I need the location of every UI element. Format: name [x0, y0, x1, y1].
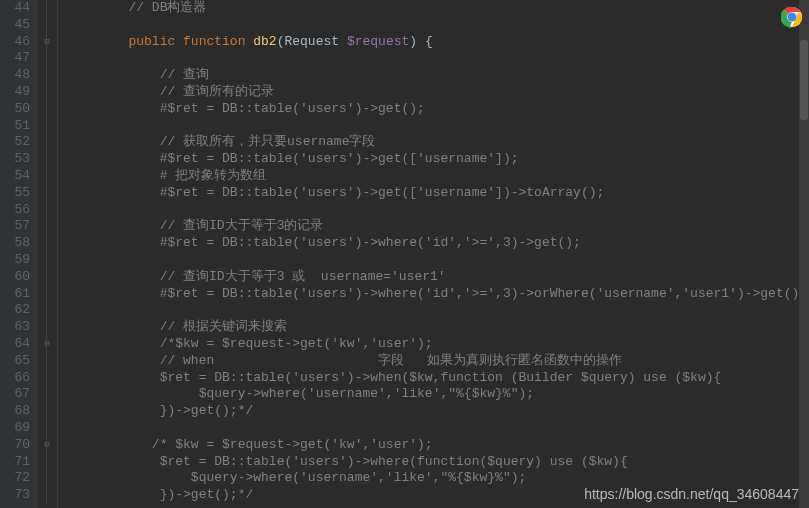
line-number: 54: [4, 168, 30, 185]
line-number: 69: [4, 420, 30, 437]
code-line[interactable]: // 获取所有，并只要username字段: [66, 134, 809, 151]
code-token: $ret = DB::table('users')->when($kw,func…: [160, 370, 722, 385]
code-line[interactable]: public function db2(Request $request) {: [66, 34, 809, 51]
code-token: [66, 101, 160, 116]
code-line[interactable]: // 查询ID大于等于3的记录: [66, 218, 809, 235]
code-token: [66, 218, 160, 233]
line-number: 53: [4, 151, 30, 168]
code-line[interactable]: [66, 118, 809, 135]
code-token: [66, 84, 160, 99]
scrollbar-thumb[interactable]: [800, 40, 808, 120]
code-token: [66, 269, 160, 284]
code-token: [66, 286, 160, 301]
line-number: 58: [4, 235, 30, 252]
code-token: [66, 235, 160, 250]
code-token: [66, 34, 128, 49]
line-number: 64: [4, 336, 30, 353]
code-token: [66, 134, 160, 149]
watermark-text: https://blog.csdn.net/qq_34608447: [584, 486, 799, 502]
code-token: [66, 185, 160, 200]
code-line[interactable]: // 查询所有的记录: [66, 84, 809, 101]
code-line[interactable]: #$ret = DB::table('users')->get(['userna…: [66, 151, 809, 168]
code-line[interactable]: $query->where('username','like',"%{$kw}%…: [66, 386, 809, 403]
code-line[interactable]: #$ret = DB::table('users')->where('id','…: [66, 235, 809, 252]
code-line[interactable]: // when 字段 如果为真则执行匿名函数中的操作: [66, 353, 809, 370]
code-token: [66, 386, 199, 401]
code-line[interactable]: #$ret = DB::table('users')->get(['userna…: [66, 185, 809, 202]
code-token: /* $kw = $request->get('kw','user');: [152, 437, 433, 452]
code-token: #$ret = DB::table('users')->get(['userna…: [160, 185, 605, 200]
code-token: [66, 454, 160, 469]
code-token: [66, 336, 160, 351]
fold-marker-icon[interactable]: ⊟: [42, 440, 52, 450]
code-token: $request: [347, 34, 409, 49]
vertical-scrollbar[interactable]: [799, 0, 809, 508]
code-line[interactable]: /*$kw = $request->get('kw','user');: [66, 336, 809, 353]
fold-column: ⊟⊟⊟: [38, 0, 58, 508]
code-line[interactable]: [66, 252, 809, 269]
line-number: 51: [4, 118, 30, 135]
code-editor: 4445464748495051525354555657585960616263…: [0, 0, 809, 508]
code-token: $query->where('username','like',"%{$kw}%…: [191, 470, 526, 485]
code-line[interactable]: [66, 302, 809, 319]
code-line[interactable]: // 根据关键词来搜索: [66, 319, 809, 336]
code-line[interactable]: # 把对象转为数组: [66, 168, 809, 185]
code-token: [66, 168, 160, 183]
code-line[interactable]: $ret = DB::table('users')->where(functio…: [66, 454, 809, 471]
code-token: [66, 437, 152, 452]
line-number: 56: [4, 202, 30, 219]
code-token: $ret = DB::table('users')->where(functio…: [160, 454, 628, 469]
code-line[interactable]: [66, 202, 809, 219]
code-line[interactable]: $ret = DB::table('users')->when($kw,func…: [66, 370, 809, 387]
code-line[interactable]: $query->where('username','like',"%{$kw}%…: [66, 470, 809, 487]
line-number: 57: [4, 218, 30, 235]
code-line[interactable]: #$ret = DB::table('users')->where('id','…: [66, 286, 809, 303]
code-token: // 根据关键词来搜索: [160, 319, 287, 334]
line-number: 68: [4, 403, 30, 420]
code-token: // when 字段 如果为真则执行匿名函数中的操作: [160, 353, 623, 368]
code-token: [66, 353, 160, 368]
code-token: #$ret = DB::table('users')->get();: [160, 101, 425, 116]
code-token: db2: [253, 34, 276, 49]
code-token: [66, 403, 160, 418]
line-number: 49: [4, 84, 30, 101]
code-line[interactable]: // 查询: [66, 67, 809, 84]
code-line[interactable]: // 查询ID大于等于3 或 username='user1': [66, 269, 809, 286]
line-number-gutter: 4445464748495051525354555657585960616263…: [0, 0, 38, 508]
line-number: 65: [4, 353, 30, 370]
code-line[interactable]: })->get();*/: [66, 403, 809, 420]
code-token: // 查询: [160, 67, 209, 82]
line-number: 73: [4, 487, 30, 504]
code-token: // DB构造器: [128, 0, 206, 15]
code-token: })->get();*/: [160, 403, 254, 418]
line-number: 44: [4, 0, 30, 17]
code-content[interactable]: // DB构造器 public function db2(Request $re…: [58, 0, 809, 508]
line-number: 52: [4, 134, 30, 151]
code-token: [66, 319, 160, 334]
code-token: // 获取所有，并只要username字段: [160, 134, 376, 149]
line-number: 71: [4, 454, 30, 471]
code-line[interactable]: [66, 17, 809, 34]
code-token: #$ret = DB::table('users')->get(['userna…: [160, 151, 519, 166]
code-line[interactable]: #$ret = DB::table('users')->get();: [66, 101, 809, 118]
code-line[interactable]: [66, 420, 809, 437]
line-number: 59: [4, 252, 30, 269]
code-token: [66, 470, 191, 485]
code-token: })->get();*/: [160, 487, 254, 502]
code-token: [66, 151, 160, 166]
code-line[interactable]: /* $kw = $request->get('kw','user');: [66, 437, 809, 454]
code-token: # 把对象转为数组: [160, 168, 267, 183]
code-token: ) {: [409, 34, 432, 49]
fold-marker-icon[interactable]: ⊟: [42, 339, 52, 349]
code-token: [66, 370, 160, 385]
code-line[interactable]: [66, 50, 809, 67]
line-number: 45: [4, 17, 30, 34]
line-number: 46: [4, 34, 30, 51]
code-token: /*$kw = $request->get('kw','user');: [160, 336, 433, 351]
line-number: 47: [4, 50, 30, 67]
line-number: 60: [4, 269, 30, 286]
code-token: // 查询ID大于等于3的记录: [160, 218, 324, 233]
code-token: // 查询所有的记录: [160, 84, 274, 99]
code-line[interactable]: // DB构造器: [66, 0, 809, 17]
fold-marker-icon[interactable]: ⊟: [42, 37, 52, 47]
